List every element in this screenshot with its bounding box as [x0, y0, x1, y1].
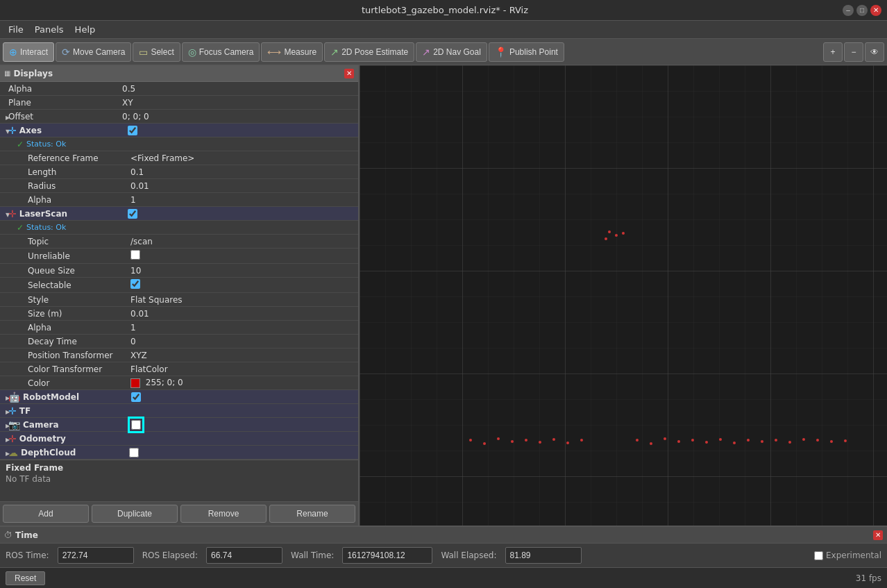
- nav-goal-button[interactable]: ↗ 2D Nav Goal: [416, 42, 487, 62]
- add-button[interactable]: Add: [3, 505, 89, 523]
- reset-button[interactable]: Reset: [6, 571, 45, 585]
- eye-button[interactable]: 👁: [865, 42, 884, 62]
- odometry-expand[interactable]: [0, 434, 8, 444]
- menu-help[interactable]: Help: [69, 23, 101, 36]
- add-view-button[interactable]: +: [823, 42, 843, 62]
- axes-alpha-value[interactable]: 1: [128, 194, 358, 205]
- queue-size-row: Queue Size 10: [0, 264, 358, 278]
- select-button[interactable]: ▭ Select: [133, 42, 180, 62]
- axes-row: ✛ Axes: [0, 124, 358, 137]
- topic-value[interactable]: /scan: [128, 236, 358, 247]
- displays-content[interactable]: Alpha 0.5 Plane XY Offset 0; 0; 0: [0, 82, 358, 460]
- depthcloud-label: DepthCloud: [18, 447, 129, 458]
- svg-point-21: [705, 441, 708, 444]
- length-value[interactable]: 0.1: [128, 167, 358, 178]
- displays-icon: ▦: [4, 69, 10, 77]
- decay-time-value[interactable]: 0: [128, 336, 358, 347]
- camera-checkbox[interactable]: [131, 420, 141, 430]
- move-camera-button[interactable]: ⟳ Move Camera: [56, 42, 131, 62]
- selectable-value: [128, 278, 358, 292]
- axes-alpha-key: Alpha: [17, 194, 128, 205]
- select-label: Select: [151, 47, 174, 57]
- measure-button[interactable]: ⟷ Measure: [261, 42, 323, 62]
- topic-row: Topic /scan: [0, 235, 358, 249]
- window-controls[interactable]: – □ ✕: [843, 5, 881, 16]
- move-camera-icon: ⟳: [62, 47, 70, 58]
- minimize-button[interactable]: –: [843, 5, 854, 16]
- ls-check-icon: ✓: [17, 223, 24, 233]
- ls-alpha-value[interactable]: 1: [128, 322, 358, 333]
- axes-alpha-row: Alpha 1: [0, 193, 358, 207]
- reference-frame-value[interactable]: <Fixed Frame>: [128, 153, 358, 164]
- displays-close-button[interactable]: ✕: [344, 69, 354, 78]
- bottom-buttons: Add Duplicate Remove Rename: [0, 501, 358, 526]
- color-transformer-key: Color Transformer: [17, 364, 128, 375]
- svg-point-4: [615, 234, 618, 237]
- unreliable-key: Unreliable: [17, 251, 128, 262]
- viewport[interactable]: ◀ ▶: [360, 65, 887, 526]
- remove-button[interactable]: Remove: [180, 505, 267, 523]
- laserscan-status-row: ✓ Status: Ok: [0, 221, 358, 235]
- svg-point-17: [650, 442, 652, 445]
- remove-view-button[interactable]: −: [844, 42, 863, 62]
- wall-elapsed-input[interactable]: [505, 547, 582, 564]
- offset-value[interactable]: 0; 0; 0: [119, 111, 358, 122]
- close-button[interactable]: ✕: [870, 5, 881, 16]
- svg-point-8: [483, 442, 486, 445]
- interact-button[interactable]: ⊕ Interact: [3, 42, 54, 62]
- offset-expand[interactable]: [0, 112, 8, 121]
- position-transformer-value[interactable]: XYZ: [128, 350, 358, 361]
- tf-expand[interactable]: [0, 406, 8, 416]
- laserscan-expand[interactable]: [0, 209, 8, 219]
- wall-time-input[interactable]: [342, 547, 432, 564]
- style-value[interactable]: Flat Squares: [128, 294, 358, 305]
- robotmodel-checkbox[interactable]: [131, 392, 141, 402]
- depthcloud-expand[interactable]: [0, 448, 8, 457]
- svg-point-30: [830, 440, 833, 443]
- depthcloud-checkbox[interactable]: [129, 448, 139, 457]
- axes-icon: ✛: [8, 125, 17, 136]
- color-transformer-value[interactable]: FlatColor: [128, 364, 358, 375]
- axes-check-icon: ✓: [17, 140, 24, 149]
- svg-point-24: [747, 439, 750, 442]
- svg-point-19: [677, 440, 680, 443]
- focus-camera-icon: ◎: [188, 47, 196, 58]
- wall-time-label: Wall Time:: [291, 551, 334, 560]
- robotmodel-expand[interactable]: [0, 392, 8, 402]
- duplicate-button[interactable]: Duplicate: [92, 505, 178, 523]
- axes-expand[interactable]: [0, 126, 8, 135]
- fps-display: 31 fps: [856, 573, 881, 583]
- queue-size-value[interactable]: 10: [128, 265, 358, 276]
- color-value[interactable]: 255; 0; 0: [128, 377, 358, 389]
- focus-camera-label: Focus Camera: [199, 47, 254, 57]
- publish-icon: 📍: [495, 47, 507, 58]
- color-transformer-row: Color Transformer FlatColor: [0, 362, 358, 376]
- axes-checkbox[interactable]: [128, 126, 137, 135]
- unreliable-checkbox[interactable]: [130, 250, 140, 260]
- radius-row: Radius 0.01: [0, 179, 358, 193]
- camera-expand[interactable]: [0, 420, 8, 430]
- pose-estimate-button[interactable]: ↗ 2D Pose Estimate: [324, 42, 414, 62]
- radius-value[interactable]: 0.01: [128, 180, 358, 192]
- experimental-checkbox[interactable]: [814, 551, 823, 560]
- svg-point-5: [622, 232, 625, 235]
- menu-panels[interactable]: Panels: [29, 23, 69, 36]
- ros-elapsed-input[interactable]: [206, 547, 282, 564]
- rename-button[interactable]: Rename: [269, 505, 355, 523]
- ros-time-input[interactable]: [58, 547, 134, 564]
- maximize-button[interactable]: □: [856, 5, 868, 16]
- style-row: Style Flat Squares: [0, 293, 358, 307]
- svg-point-11: [525, 439, 527, 442]
- laserscan-checkbox[interactable]: [128, 209, 137, 219]
- plane-value[interactable]: XY: [119, 97, 358, 108]
- menu-file[interactable]: File: [3, 23, 29, 36]
- selectable-checkbox[interactable]: [130, 279, 140, 289]
- time-close-button[interactable]: ✕: [873, 530, 883, 540]
- focus-camera-button[interactable]: ◎ Focus Camera: [182, 42, 260, 62]
- color-row: Color 255; 0; 0: [0, 376, 358, 390]
- displays-header: ▦ Displays ✕: [0, 65, 358, 82]
- alpha-value[interactable]: 0.5: [119, 83, 358, 94]
- fixed-frame-area: Fixed Frame No TF data: [0, 460, 358, 501]
- size-value[interactable]: 0.01: [128, 308, 358, 319]
- publish-point-button[interactable]: 📍 Publish Point: [489, 42, 564, 62]
